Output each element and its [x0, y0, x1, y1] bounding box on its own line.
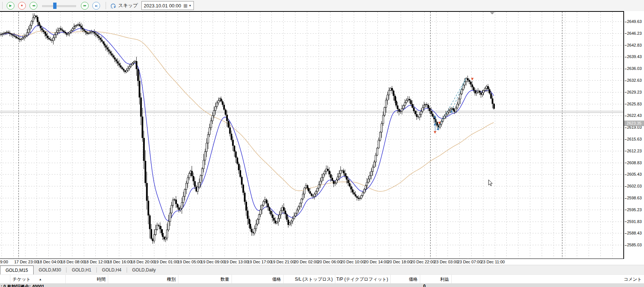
price-axis-label: 2625.83: [625, 102, 643, 106]
stop-icon: ■: [21, 4, 23, 7]
time-axis-label: 20 Dec 06:00: [318, 260, 342, 264]
price-tick: [625, 33, 627, 34]
header-cell-empty: [0, 275, 10, 284]
skip-arc-icon: [110, 3, 117, 9]
price-tick: [625, 245, 627, 246]
price-tick: [625, 128, 627, 128]
speed-slider[interactable]: [42, 2, 76, 10]
skip-to-end-icon: ▶|: [95, 4, 97, 7]
date-select[interactable]: 2023.10.01 00:00 ▦ ▼: [141, 1, 193, 10]
price-tick: [625, 198, 627, 199]
price-tick: [625, 81, 627, 81]
play-button[interactable]: ▶: [7, 2, 14, 10]
toolbar-separator: [106, 2, 106, 9]
time-axis[interactable]: 19:0017 Dec 23:0018 Dec 04:0018 Dec 08:0…: [0, 259, 644, 265]
price-tick: [625, 69, 627, 69]
time-axis-label: 19 Dec 01:00: [154, 260, 178, 264]
skip-to-end-button[interactable]: ▶|: [92, 2, 100, 10]
price-axis-label: 2629.23: [625, 90, 643, 94]
skip-label: スキップ: [118, 2, 138, 9]
tab-gold-h1[interactable]: GOLD,H1: [66, 265, 96, 275]
rewind-button[interactable]: ◀◀: [30, 2, 37, 10]
price-axis-label: 2595.23: [625, 207, 643, 212]
time-axis-label: 18 Dec 08:00: [61, 260, 85, 264]
tab-gold-h4[interactable]: GOLD,H4: [97, 265, 127, 275]
header-cell-price[interactable]: 価格: [232, 275, 284, 284]
chart-canvas[interactable]: [0, 11, 624, 259]
dropdown-caret-icon: ▼: [189, 4, 192, 7]
price-axis-label: 2636.03: [625, 66, 643, 71]
time-axis-label: 20 Dec 02:00: [294, 260, 318, 264]
time-axis-label: 19 Dec 09:00: [201, 260, 225, 264]
price-tick: [625, 233, 627, 234]
time-axis-label: 19 Dec 21:00: [271, 260, 295, 264]
date-value: 2023.10.01 00:00: [144, 3, 181, 9]
current-price-tag: 2623.35: [624, 121, 644, 126]
header-cell-takeprofit[interactable]: T/P (テイクプロフィット): [335, 275, 391, 284]
time-axis-label: 18 Dec 16:00: [107, 260, 131, 264]
price-axis-label: 2642.83: [625, 43, 643, 47]
tab-gold-m15[interactable]: GOLD,M15: [0, 266, 34, 275]
header-label-ticket: チケット: [13, 276, 31, 283]
price-axis-label: 2598.63: [625, 196, 643, 200]
app-window: ▶ ■ ◀◀ ▶▶ ▶| スキップ 2023.10.01 00:00 ▦ ▼ 2…: [0, 0, 644, 287]
time-axis-label: 23 Dec 07:00: [458, 260, 482, 264]
price-tick: [625, 151, 627, 151]
price-axis-label: 2632.63: [625, 78, 643, 82]
price-tick: [625, 45, 627, 45]
price-tick: [625, 139, 627, 140]
price-tick: [625, 22, 627, 22]
price-axis-label: 2615.63: [625, 137, 643, 141]
price-axis-label: 2605.43: [625, 172, 643, 176]
time-axis-label: 23 Dec 11:00: [481, 260, 505, 264]
status-profit-total: 0: [423, 284, 426, 287]
price-axis-label: 2622.43: [625, 113, 643, 118]
time-axis-label: 20 Dec 14:00: [364, 260, 388, 264]
tab-gold-daily[interactable]: GOLD,Daily: [127, 265, 161, 275]
time-axis-label: 18 Dec 04:00: [38, 260, 62, 264]
time-axis-label: 20 Dec 10:00: [341, 260, 365, 264]
price-axis-label: 2639.43: [625, 54, 643, 59]
header-cell-type[interactable]: 種別: [108, 275, 178, 284]
rewind-icon: ◀◀: [32, 4, 35, 7]
price-axis-label: 2585.03: [625, 243, 643, 247]
price-tick: [625, 222, 627, 222]
header-cell-time[interactable]: 時間: [66, 275, 108, 284]
toolbar-grip: [2, 2, 3, 9]
header-cell-profit[interactable]: 利益: [420, 275, 452, 284]
price-axis-label: 2649.63: [625, 19, 643, 24]
stop-button[interactable]: ■: [18, 2, 26, 10]
header-cell-volume[interactable]: 数量: [178, 275, 232, 284]
fast-forward-button[interactable]: ▶▶: [81, 2, 89, 10]
header-cell-price2[interactable]: 価格: [391, 275, 420, 284]
time-axis-label: 17 Dec 23:00: [14, 260, 38, 264]
sort-ascending-icon: ▲: [39, 278, 42, 281]
orders-table-header: チケット ▲ 時間 種別 数量 価格 S/L (ストップロス) T/P (テイク…: [0, 274, 644, 284]
time-axis-label: 19 Dec 17:00: [247, 260, 271, 264]
play-icon: ▶: [9, 4, 12, 7]
price-axis[interactable]: 2649.632646.232642.832639.432636.032632.…: [625, 11, 644, 259]
chart-tabs-bar: GOLD,M15 GOLD,M30 GOLD,H1 GOLD,H4 GOLD,D…: [0, 265, 644, 275]
calendar-icon: ▦: [183, 3, 187, 8]
header-cell-stoploss[interactable]: S/L (ストップロス): [284, 275, 335, 284]
tab-gold-m30[interactable]: GOLD,M30: [34, 265, 66, 275]
chart-area: 2649.632646.232642.832639.432636.032632.…: [0, 11, 644, 259]
time-axis-label: 20 Dec 18:00: [387, 260, 411, 264]
price-tick: [625, 116, 627, 116]
price-tick: [625, 163, 627, 163]
time-axis-label: 19 Dec 13:00: [224, 260, 248, 264]
fast-forward-icon: ▶▶: [83, 4, 86, 7]
header-cell-comment[interactable]: コメント: [452, 275, 644, 284]
price-axis-label: 2591.83: [625, 219, 643, 224]
skip-control[interactable]: スキップ: [110, 2, 138, 9]
price-axis-label: 2588.43: [625, 231, 643, 235]
tester-toolbar: ▶ ■ ◀◀ ▶▶ ▶| スキップ 2023.10.01 00:00 ▦ ▼: [0, 0, 644, 11]
slider-handle[interactable]: [53, 3, 56, 9]
time-axis-label: 19 Dec 05:00: [178, 260, 202, 264]
status-left-text: : 0 有効証拠金: 40001: [1, 284, 44, 287]
header-cell-ticket[interactable]: チケット ▲: [10, 275, 66, 284]
price-tick: [625, 175, 627, 175]
time-axis-label: 20 Dec 22:00: [411, 260, 435, 264]
slider-track: [42, 5, 76, 7]
time-axis-label: 23 Dec 03:00: [434, 260, 458, 264]
